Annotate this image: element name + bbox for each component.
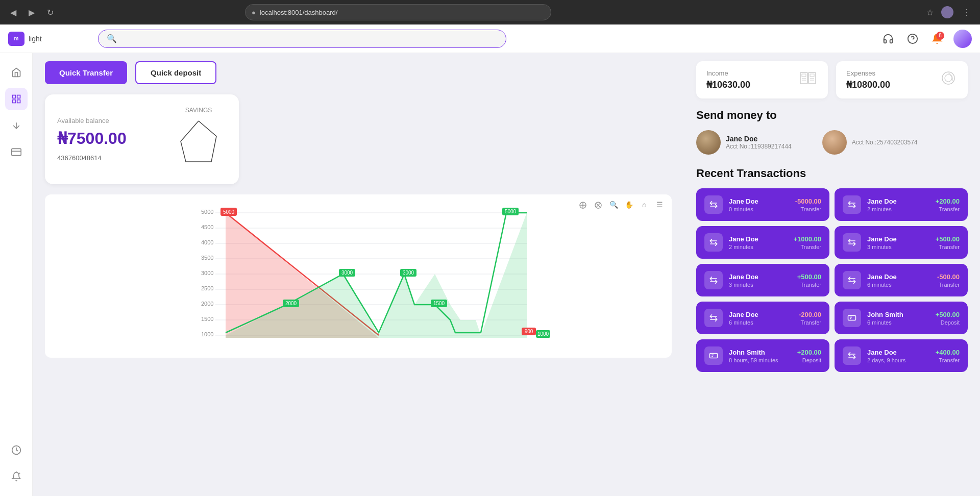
menu-chart-button[interactable]: ☰ [653, 199, 666, 211]
menu-button[interactable]: ⋮ [960, 5, 974, 19]
txn-name-7: John Smith [867, 311, 929, 318]
txn-time-5: 6 minutes [867, 282, 931, 288]
notification-badge: 8 [936, 32, 944, 40]
home-chart-button[interactable]: ⌂ [638, 199, 650, 211]
txn-type-4: Transfer [797, 282, 821, 288]
search-chart-button[interactable]: 🔍 [607, 199, 620, 211]
logo-area: m light [8, 32, 90, 46]
balance-amount: ₦7500.00 [57, 129, 127, 148]
txn-card-6: Jane Doe 6 minutes -200.00 Transfer [696, 302, 829, 334]
income-info: Income ₦10630.00 [706, 69, 750, 90]
svg-rect-2 [12, 95, 15, 98]
txn-time-3: 3 minutes [867, 244, 929, 250]
txn-right-0: -5000.00 Transfer [795, 197, 821, 212]
sidebar-item-wallet[interactable] [5, 141, 28, 163]
quick-transfer-button[interactable]: Quick Transfer [45, 61, 127, 84]
svg-text:3000: 3000 [341, 270, 353, 276]
txn-info-9: Jane Doe 2 days, 9 hours [867, 349, 929, 363]
balance-info: Available balance ₦7500.00 436760048614 [57, 117, 127, 162]
txn-right-7: +500.00 Deposit [936, 311, 960, 326]
txn-icon-4 [704, 271, 723, 289]
balance-account: 436760048614 [57, 154, 127, 162]
expenses-value: ₦10800.00 [846, 79, 890, 90]
txn-icon-0 [704, 195, 723, 214]
zoom-in-button[interactable]: ⨁ [577, 199, 589, 211]
txn-card-5: Jane Doe 6 minutes -500.00 Transfer [835, 264, 968, 296]
url-text: localhost:8001/dashboard/ [260, 9, 338, 16]
main-layout: Quick Transfer Quick deposit Available b… [0, 53, 980, 496]
help-icon[interactable] [904, 31, 921, 47]
txn-icon-9 [843, 346, 861, 365]
sidebar-item-home[interactable] [5, 61, 28, 84]
sidebar-item-transfers[interactable] [5, 114, 28, 137]
txn-name-9: Jane Doe [867, 349, 929, 356]
txn-right-2: +1000.00 Transfer [793, 235, 821, 250]
forward-button[interactable]: ▶ [24, 5, 39, 19]
notification-icon[interactable]: 8 [929, 31, 945, 47]
txn-right-1: +200.00 Transfer [936, 197, 960, 212]
txn-time-6: 6 minutes [729, 319, 793, 326]
txn-card-4: Jane Doe 3 minutes +500.00 Transfer [696, 264, 829, 296]
top-avatar[interactable] [953, 30, 972, 48]
send-person-1-name: Jane Doe [726, 135, 792, 143]
svg-rect-72 [848, 316, 856, 320]
svg-text:5000: 5000 [223, 209, 235, 215]
send-person-2-info: Acct No.:257403203574 [852, 139, 918, 146]
logo-box: m [8, 32, 24, 46]
svg-rect-75 [710, 354, 718, 358]
logo-text: light [29, 35, 42, 43]
txn-time-8: 8 hours, 59 minutes [729, 357, 791, 363]
txn-amount-9: +400.00 [936, 349, 960, 356]
svg-text:1000: 1000 [537, 331, 549, 337]
svg-text:3500: 3500 [201, 255, 213, 261]
refresh-button[interactable]: ↻ [43, 5, 57, 19]
savings-polygon-chart [170, 116, 227, 172]
txn-info-5: Jane Doe 6 minutes [867, 273, 931, 288]
svg-text:1500: 1500 [201, 316, 213, 322]
txn-type-8: Deposit [797, 357, 821, 363]
search-icon: 🔍 [107, 34, 117, 43]
txn-amount-5: -500.00 [937, 273, 960, 281]
profile-button[interactable] [941, 5, 955, 19]
search-input[interactable] [121, 35, 498, 42]
balance-card: Available balance ₦7500.00 436760048614 … [45, 94, 239, 184]
txn-icon-2 [704, 233, 723, 252]
svg-line-11 [19, 473, 19, 474]
svg-rect-4 [17, 100, 20, 103]
zoom-out-button[interactable]: ⨂ [592, 199, 604, 211]
star-button[interactable]: ☆ [923, 5, 937, 19]
svg-text:3000: 3000 [201, 270, 213, 276]
sidebar-item-dashboard[interactable] [5, 88, 28, 110]
txn-info-4: Jane Doe 3 minutes [729, 273, 791, 288]
txn-type-2: Transfer [793, 244, 821, 250]
txn-info-0: Jane Doe 0 minutes [729, 197, 789, 212]
quick-deposit-button[interactable]: Quick deposit [135, 61, 216, 84]
svg-text:900: 900 [525, 329, 533, 334]
txn-right-3: +500.00 Transfer [936, 235, 960, 250]
address-bar[interactable]: ● localhost:8001/dashboard/ [245, 4, 551, 20]
txn-right-8: +200.00 Deposit [797, 349, 821, 363]
send-money-title: Send money to [696, 109, 968, 122]
txn-info-3: Jane Doe 3 minutes [867, 235, 929, 250]
svg-text:4000: 4000 [201, 239, 213, 245]
back-button[interactable]: ◀ [6, 5, 20, 19]
txn-info-8: John Smith 8 hours, 59 minutes [729, 349, 791, 363]
txn-info-1: Jane Doe 2 minutes [867, 197, 929, 212]
sidebar-item-history[interactable] [5, 439, 28, 461]
svg-rect-7 [11, 148, 20, 155]
txn-icon-3 [843, 233, 861, 252]
pan-button[interactable]: ✋ [623, 199, 635, 211]
txn-name-2: Jane Doe [729, 235, 787, 243]
txn-icon-8 [704, 346, 723, 365]
txn-amount-4: +500.00 [797, 273, 821, 281]
svg-text:2000: 2000 [201, 301, 213, 307]
svg-rect-5 [12, 100, 15, 103]
txn-name-0: Jane Doe [729, 197, 789, 205]
txn-time-1: 2 minutes [867, 206, 929, 212]
headset-icon[interactable] [880, 31, 896, 47]
transactions-grid: Jane Doe 0 minutes -5000.00 Transfer [696, 188, 968, 372]
txn-card-3: Jane Doe 3 minutes +500.00 Transfer [835, 226, 968, 259]
txn-right-5: -500.00 Transfer [937, 273, 960, 288]
search-bar[interactable]: 🔍 [98, 30, 506, 48]
sidebar-item-notifications-add[interactable] [5, 465, 28, 488]
